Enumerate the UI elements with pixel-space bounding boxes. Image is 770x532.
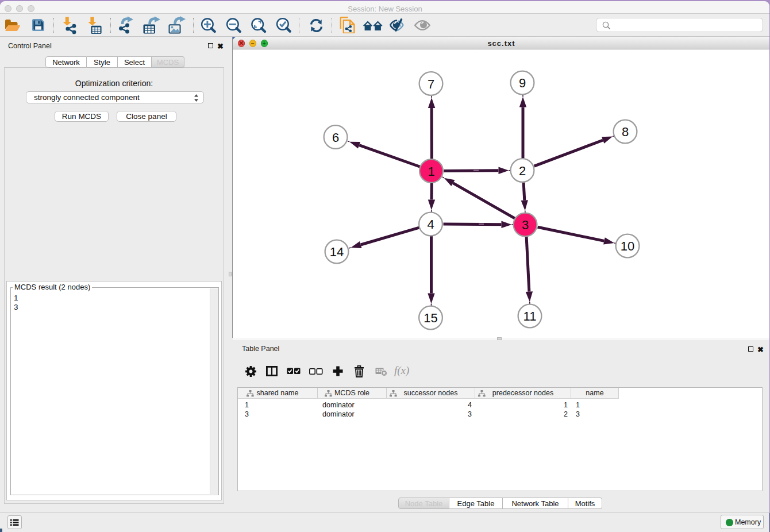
svg-text:10: 10 xyxy=(621,239,634,253)
svg-text:9: 9 xyxy=(519,76,526,90)
svg-text:4: 4 xyxy=(427,217,434,232)
svg-text:8: 8 xyxy=(622,125,629,139)
svg-text:15: 15 xyxy=(424,311,437,325)
svg-text:1: 1 xyxy=(428,164,434,179)
svg-text:7: 7 xyxy=(428,77,434,91)
svg-text:14: 14 xyxy=(330,245,344,259)
svg-text:11: 11 xyxy=(523,309,537,323)
svg-text:6: 6 xyxy=(332,130,339,145)
svg-text:2: 2 xyxy=(519,164,526,178)
svg-text:3: 3 xyxy=(522,218,529,232)
